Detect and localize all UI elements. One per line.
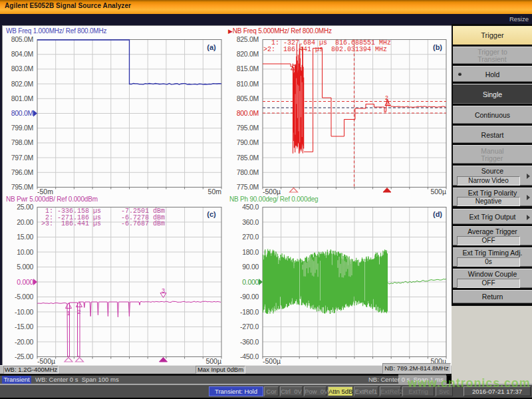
- svg-text:1: 1: [67, 310, 70, 317]
- svg-text:2: 2: [78, 309, 81, 315]
- svg-text:2: 2: [385, 94, 388, 101]
- svg-text:1: 1: [293, 72, 296, 79]
